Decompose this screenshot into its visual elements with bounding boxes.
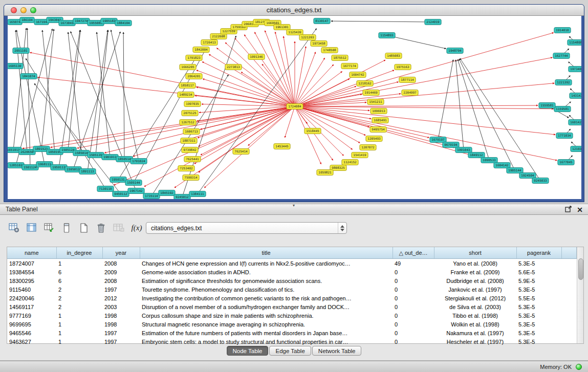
column-header-year[interactable]: year: [102, 247, 140, 259]
cell-in_degree[interactable]: 2: [56, 302, 102, 311]
cell-year[interactable]: 2008: [102, 276, 140, 285]
graph-node[interactable]: 186194: [20, 17, 34, 23]
tab-node-table[interactable]: Node Table: [227, 346, 269, 356]
graph-node[interactable]: 1961301: [274, 25, 290, 30]
graph-node[interactable]: 1875512: [332, 55, 348, 61]
cell-out_degree[interactable]: 0: [393, 302, 434, 311]
graph-node[interactable]: 9495754: [370, 127, 386, 133]
graph-node[interactable]: 1159581: [554, 106, 571, 112]
graph-node[interactable]: 1489234: [178, 92, 194, 98]
cell-in_degree[interactable]: 1: [56, 259, 102, 268]
graph-node[interactable]: 1887311: [181, 138, 197, 144]
cell-out_degree[interactable]: 0: [393, 268, 434, 276]
table-row[interactable]: 977716911998Corpus callosum shape and si…: [7, 311, 576, 320]
cell-out_degree[interactable]: 0: [393, 320, 434, 329]
graph-node[interactable]: 1154808: [568, 40, 581, 46]
graph-node[interactable]: 1559581: [539, 103, 555, 108]
cell-name[interactable]: 19384554: [7, 268, 56, 276]
cell-in_degree[interactable]: 2: [56, 285, 102, 294]
graph-node[interactable]: 1948794: [447, 48, 463, 54]
graph-node[interactable]: 7625441: [184, 157, 201, 162]
graph-node[interactable]: 1210351: [571, 146, 581, 152]
cell-pagerank[interactable]: 5.3E-5: [516, 329, 561, 337]
graph-node[interactable]: 1154893: [379, 33, 395, 38]
graph-node[interactable]: 1384111: [189, 191, 206, 197]
cell-name[interactable]: 18724007: [7, 259, 56, 268]
cell-pagerank[interactable]: 5.5E-5: [516, 294, 561, 302]
cell-title[interactable]: Corpus callosum shape and size in male p…: [140, 311, 393, 320]
cell-year[interactable]: 2003: [102, 302, 140, 311]
graph-node[interactable]: 9739842: [182, 147, 198, 153]
graph-node[interactable]: 7625414: [233, 149, 249, 155]
cell-name[interactable]: 9777169: [7, 311, 56, 320]
graph-node[interactable]: 1595013: [65, 167, 81, 172]
vertical-scrollbar[interactable]: [577, 247, 584, 343]
cell-short[interactable]: Franke et al. (2009): [434, 268, 516, 276]
cell-title[interactable]: Disruption of a novel member of a sodium…: [140, 302, 393, 311]
graph-node[interactable]: 1541211: [367, 99, 384, 105]
cell-pagerank[interactable]: 5.3E-5: [516, 311, 561, 320]
graph-node[interactable]: 1431433: [570, 93, 581, 99]
cell-year[interactable]: 1997: [102, 337, 140, 346]
graph-node[interactable]: 1924504: [519, 173, 536, 179]
graph-node[interactable]: 7130110: [97, 186, 114, 192]
edit-table-button[interactable]: [42, 221, 56, 234]
cell-short[interactable]: Dudbridge et al. (2008): [434, 276, 516, 285]
graph-node[interactable]: 1677174: [341, 63, 358, 69]
graph-node[interactable]: 1905144: [507, 168, 523, 173]
graph-node[interactable]: 1205493: [366, 136, 382, 142]
graph-node[interactable]: 1096913: [371, 108, 387, 114]
cell-in_degree[interactable]: 2: [56, 294, 102, 302]
graph-node[interactable]: 8130147: [314, 18, 330, 24]
close-panel-icon[interactable]: ✕: [577, 206, 583, 213]
cell-out_degree[interactable]: 0: [393, 294, 434, 302]
graph-node[interactable]: 1485083: [385, 53, 402, 59]
graph-node[interactable]: 7253402: [178, 166, 194, 171]
cell-year[interactable]: 1998: [102, 311, 140, 320]
graph-node[interactable]: 1606713: [183, 129, 200, 135]
table-row[interactable]: 2242004622012Investigating the contribut…: [7, 294, 576, 302]
cell-title[interactable]: Estimation of the future numbers of pati…: [140, 329, 393, 337]
cell-title[interactable]: Investigating the contribution of common…: [140, 294, 393, 302]
graph-node[interactable]: 1842004: [193, 47, 209, 53]
graph-node[interactable]: 1914010: [554, 28, 571, 33]
cell-short[interactable]: Nakamura et al. (1997): [434, 329, 516, 337]
tab-network-table[interactable]: Network Table: [312, 346, 362, 356]
network-canvas[interactable]: 1724084179182316662052064201185811714892…: [8, 16, 581, 199]
graph-node[interactable]: 1541419: [352, 152, 368, 158]
graph-node[interactable]: 1771034: [556, 133, 573, 139]
graph-node[interactable]: 1604142: [494, 163, 510, 168]
cell-title[interactable]: Embryonic stem cells: a model to study s…: [140, 337, 393, 346]
graph-node[interactable]: 2075125: [182, 111, 198, 116]
graph-node[interactable]: 1724084: [287, 104, 303, 110]
cell-name[interactable]: 9115460: [7, 285, 56, 294]
table-row[interactable]: 1456911722003Disruption of a novel membe…: [7, 302, 576, 311]
column-header-out_degree[interactable]: △ out_de…: [393, 247, 434, 259]
graph-node[interactable]: 1605130: [8, 63, 23, 69]
cell-name[interactable]: 9463627: [7, 337, 56, 346]
cell-year[interactable]: 2008: [102, 259, 140, 268]
graph-node[interactable]: 1891113: [79, 169, 96, 174]
new-table-button[interactable]: [77, 221, 91, 234]
graph-node[interactable]: 1207072: [360, 145, 376, 150]
table-selector-dropdown[interactable]: citations_edges.txt: [146, 222, 347, 234]
graph-node[interactable]: 1877114: [399, 77, 416, 83]
graph-node[interactable]: 1975163: [395, 64, 411, 70]
cell-out_degree[interactable]: 0: [393, 329, 434, 337]
graph-node[interactable]: 1950131: [110, 177, 126, 183]
graph-node[interactable]: 7590314: [183, 175, 199, 181]
cell-out_degree[interactable]: 49: [393, 259, 434, 268]
cell-title[interactable]: Estimation of significance thresholds fo…: [140, 276, 393, 285]
graph-node[interactable]: 1585014: [73, 150, 90, 156]
graph-node[interactable]: 1604742: [350, 72, 366, 78]
new-column-button[interactable]: [59, 221, 73, 234]
graph-node[interactable]: 1905183: [101, 18, 117, 24]
cell-in_degree[interactable]: 1: [56, 337, 102, 346]
graph-node[interactable]: 1685491: [372, 118, 388, 123]
cell-out_degree[interactable]: 0: [393, 285, 434, 294]
graph-node[interactable]: 1884104: [115, 20, 132, 26]
graph-node[interactable]: 1858117: [179, 83, 195, 89]
cell-year[interactable]: 1997: [102, 329, 140, 337]
graph-node[interactable]: 1997035: [184, 101, 201, 107]
cell-out_degree[interactable]: 0: [393, 276, 434, 285]
